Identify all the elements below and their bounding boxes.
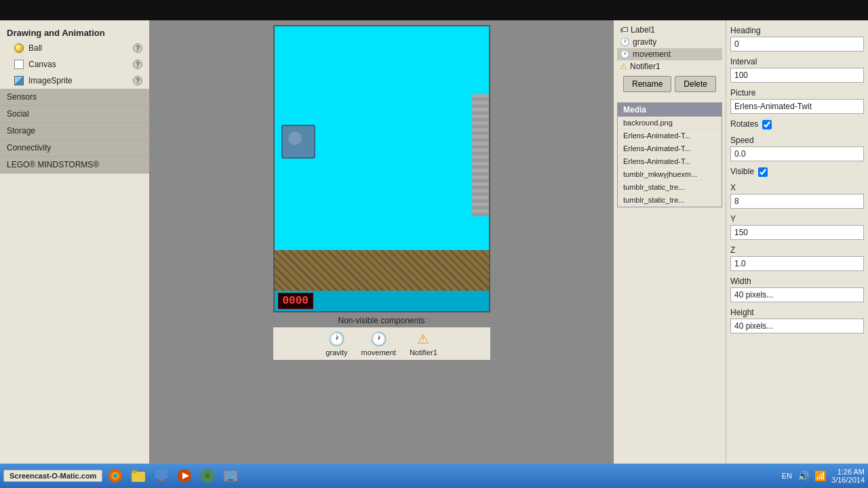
notifier-warn-icon: ⚠ — [415, 331, 431, 347]
visible-row: Visible — [730, 167, 864, 178]
rocky-wall — [472, 94, 489, 216]
media-item-1[interactable]: Erlens-Animated-T... — [618, 129, 722, 142]
media-item-0[interactable]: backround.png — [618, 117, 722, 129]
svg-rect-15 — [228, 479, 233, 481]
interval-prop-label: Interval — [730, 57, 864, 66]
firefox-icon[interactable] — [105, 466, 125, 485]
center-area: 0000 Non-visible components 🕐 gravity 🕐 … — [149, 20, 614, 464]
right-component-panel: 🏷 Label1 🕐 gravity 🕐 movement ⚠ Notifier… — [614, 20, 726, 464]
z-row: Z — [730, 245, 864, 271]
z-input[interactable] — [730, 256, 864, 271]
y-input[interactable] — [730, 225, 864, 240]
x-prop-label: X — [730, 183, 864, 192]
sidebar-item-social[interactable]: Social — [0, 106, 149, 123]
speed-prop-label: Speed — [730, 136, 864, 145]
tree-item-gravity[interactable]: 🕐 gravity — [617, 36, 722, 48]
picture-input[interactable] — [730, 99, 864, 114]
ball-item-left: Ball — [14, 43, 42, 54]
svg-rect-5 — [155, 470, 167, 479]
svg-rect-6 — [159, 479, 164, 481]
svg-rect-4 — [132, 470, 137, 473]
sprite-help-icon[interactable]: ? — [133, 76, 142, 85]
svg-rect-3 — [132, 472, 145, 482]
non-visible-components: 🕐 gravity 🕐 movement ⚠ Notifier1 — [273, 327, 490, 360]
taskbar: Screencast-O-Matic.com — [0, 464, 868, 488]
media-panel: Media backround.png Erlens-Animated-T...… — [617, 102, 722, 207]
screencast-brand[interactable]: Screencast-O-Matic.com — [3, 470, 102, 482]
speed-input[interactable] — [730, 146, 864, 161]
top-bar — [0, 0, 868, 20]
media-item-5[interactable]: tumblr_static_tre... — [618, 181, 722, 194]
phone-container: 0000 — [273, 25, 490, 312]
interval-input[interactable] — [730, 68, 864, 83]
height-input[interactable] — [730, 319, 864, 333]
gravity-label: gravity — [326, 348, 347, 357]
ground-area — [275, 250, 489, 291]
label1-text: Label1 — [631, 25, 655, 35]
phone-screen — [275, 26, 489, 291]
picture-row: Picture — [730, 88, 864, 114]
tree-item-label1[interactable]: 🏷 Label1 — [617, 24, 722, 36]
ball-icon — [14, 43, 24, 54]
movement-tree-label: movement — [633, 49, 671, 59]
x-input[interactable] — [730, 194, 864, 209]
sidebar-item-storage[interactable]: Storage — [0, 123, 149, 140]
media-item-6[interactable]: tumblr_static_tre... — [618, 194, 722, 207]
sidebar-item-connectivity[interactable]: Connectivity — [0, 140, 149, 157]
sprite-icon — [14, 75, 24, 86]
gravity-tree-label: gravity — [633, 37, 656, 47]
movement-component: 🕐 movement — [361, 331, 396, 357]
drawing-animation-header: Drawing and Animation — [0, 24, 149, 40]
notifier-component: ⚠ Notifier1 — [410, 331, 437, 357]
movement-clock-icon: 🕐 — [370, 331, 387, 347]
rotates-row: Rotates — [730, 119, 864, 130]
capture-icon[interactable] — [220, 466, 241, 485]
media-item-2[interactable]: Erlens-Animated-T... — [618, 142, 722, 155]
taskbar-right: EN 🔊 📶 1:26 AM 3/16/2014 — [782, 468, 865, 484]
gravity-component: 🕐 gravity — [326, 331, 347, 357]
movement-icon: 🕐 — [620, 49, 630, 59]
score-display: 0000 — [278, 293, 313, 309]
computer-icon[interactable] — [151, 466, 172, 485]
z-prop-label: Z — [730, 245, 864, 255]
gravity-clock-icon: 🕐 — [328, 331, 344, 347]
visible-checkbox[interactable] — [758, 167, 768, 177]
svg-rect-14 — [225, 472, 236, 479]
canvas-help-icon[interactable]: ? — [133, 60, 142, 69]
sidebar-item-ball[interactable]: Ball ? — [0, 40, 149, 56]
non-visible-label: Non-visible components — [338, 316, 425, 325]
volume-icon[interactable]: 🔊 — [797, 470, 809, 481]
notifier-tree-label: Notifier1 — [630, 62, 660, 71]
network-icon[interactable]: 📶 — [814, 470, 826, 481]
x-row: X — [730, 183, 864, 209]
speed-row: Speed — [730, 136, 864, 161]
width-row: Width — [730, 277, 864, 302]
sidebar-item-lego[interactable]: LEGO® MINDSTORMS® — [0, 157, 149, 174]
gravity-icon: 🕐 — [620, 37, 630, 47]
ball-help-icon[interactable]: ? — [133, 43, 142, 53]
canvas-label: Canvas — [28, 60, 56, 69]
width-input[interactable] — [730, 287, 864, 302]
clock-time: 1:26 AM — [831, 468, 865, 476]
folder-icon[interactable] — [128, 466, 149, 485]
media-item-3[interactable]: Erlens-Animated-T... — [618, 155, 722, 168]
media-header: Media — [618, 103, 722, 117]
sidebar-item-sensors[interactable]: Sensors — [0, 89, 149, 106]
canvas-item-left: Canvas — [14, 59, 56, 70]
heading-prop-label: Heading — [730, 26, 864, 35]
clock-date: 3/16/2014 — [831, 476, 865, 484]
sidebar-item-imagesprite[interactable]: ImageSprite ? — [0, 73, 149, 89]
audio-icon[interactable] — [197, 466, 218, 485]
play-icon[interactable] — [174, 466, 195, 485]
rename-button[interactable]: Rename — [623, 76, 671, 92]
interval-row: Interval — [730, 57, 864, 83]
tree-item-notifier[interactable]: ⚠ Notifier1 — [617, 60, 722, 73]
media-item-4[interactable]: tumblr_mkwyjhuexm... — [618, 168, 722, 181]
sidebar-item-canvas[interactable]: Canvas ? — [0, 56, 149, 73]
heading-input[interactable] — [730, 37, 864, 52]
delete-button[interactable]: Delete — [675, 76, 716, 92]
rotates-checkbox[interactable] — [762, 120, 772, 129]
tree-item-movement[interactable]: 🕐 movement — [617, 48, 722, 60]
width-prop-label: Width — [730, 277, 864, 286]
main-content: Drawing and Animation Ball ? Canvas ? — [0, 20, 868, 464]
